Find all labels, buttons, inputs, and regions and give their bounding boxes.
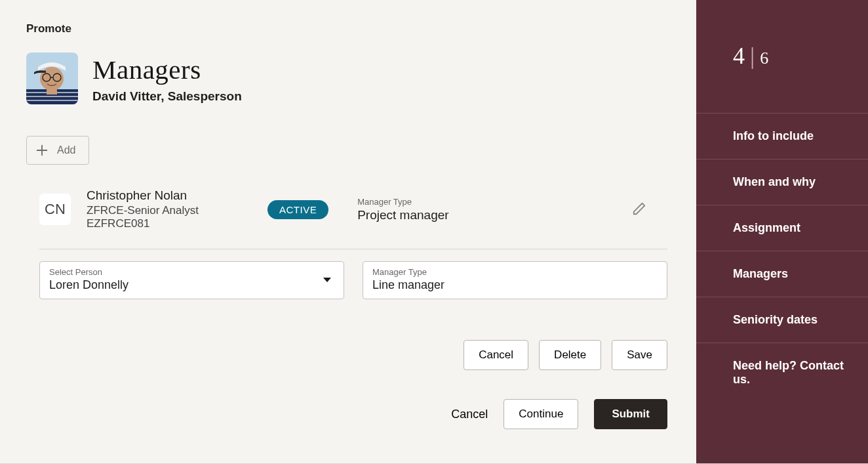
- manager-name: Christopher Nolan: [87, 188, 252, 203]
- page-title: Managers: [92, 54, 242, 85]
- step-seniority-dates[interactable]: Seniority dates: [696, 297, 868, 343]
- svg-rect-4: [26, 100, 78, 101]
- continue-button[interactable]: Continue: [503, 399, 578, 429]
- progress-indicator: 4 | 6: [696, 42, 868, 70]
- manager-initials: CN: [39, 194, 71, 225]
- step-managers[interactable]: Managers: [696, 251, 868, 297]
- edit-button[interactable]: [627, 196, 652, 223]
- footer-cancel-button[interactable]: Cancel: [451, 408, 488, 421]
- chevron-down-icon: [323, 274, 332, 286]
- avatar: [26, 53, 78, 104]
- svg-rect-6: [47, 87, 57, 95]
- manager-type-label: Manager Type: [357, 197, 448, 207]
- plus-icon: [35, 143, 49, 158]
- select-person-label: Select Person: [49, 267, 334, 277]
- step-when-and-why[interactable]: When and why: [696, 159, 868, 205]
- delete-button[interactable]: Delete: [539, 340, 601, 370]
- page-subtitle: David Vitter, Salesperson: [92, 89, 242, 104]
- manager-type-field[interactable]: Manager Type Line manager: [363, 261, 667, 299]
- status-badge: ACTIVE: [267, 200, 328, 219]
- manager-type-field-value: Line manager: [372, 278, 658, 292]
- pencil-icon: [632, 201, 646, 216]
- manager-row: CN Christopher Nolan ZFRCE-Senior Analys…: [39, 188, 667, 230]
- select-person-value: Loren Donnelly: [49, 278, 334, 292]
- save-button[interactable]: Save: [612, 340, 667, 370]
- sidebar: 4 | 6 Info to include When and why Assig…: [696, 0, 868, 463]
- step-info-to-include[interactable]: Info to include: [696, 113, 868, 159]
- add-button[interactable]: Add: [26, 136, 89, 165]
- svg-rect-3: [26, 96, 78, 97]
- manager-role: ZFRCE-Senior Analyst: [87, 204, 252, 217]
- step-assignment[interactable]: Assignment: [696, 205, 868, 251]
- select-person-field[interactable]: Select Person Loren Donnelly: [39, 261, 344, 299]
- cancel-button[interactable]: Cancel: [464, 340, 528, 370]
- manager-code: EZFRCE081: [87, 217, 252, 230]
- step-need-help[interactable]: Need help? Contact us.: [696, 343, 868, 402]
- manager-type-value: Project manager: [357, 208, 448, 222]
- submit-button[interactable]: Submit: [594, 399, 667, 429]
- breadcrumb: Promote: [26, 22, 681, 35]
- manager-type-field-label: Manager Type: [372, 267, 658, 277]
